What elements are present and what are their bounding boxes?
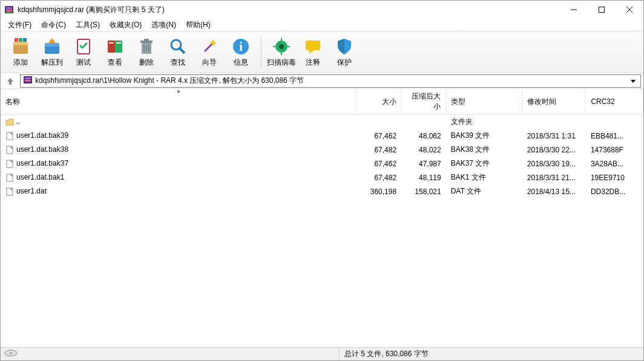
file-row[interactable]: user1.dat.bak3867,48248,022BAK38 文件2018/… <box>1 143 643 157</box>
test-button[interactable]: 测试 <box>68 33 99 71</box>
svg-rect-14 <box>45 43 59 47</box>
info-label: 信息 <box>234 57 248 68</box>
parent-folder-row[interactable]: .. 文件夹 <box>1 115 643 129</box>
file-table: 名称▲ 大小 压缩后大小 类型 修改时间 CRC32 .. 文件夹 user1.… <box>1 89 643 198</box>
column-packed[interactable]: 压缩后大小 <box>401 89 446 115</box>
file-name: user1.dat.bak38 <box>16 145 68 154</box>
column-modified[interactable]: 修改时间 <box>522 89 586 115</box>
svg-rect-12 <box>23 38 27 42</box>
file-crc: 1473688F <box>586 143 643 157</box>
search-icon <box>168 37 188 56</box>
virus-button[interactable]: 扫描病毒 <box>266 33 297 71</box>
menu-tools[interactable]: 工具(S) <box>72 19 104 31</box>
up-button[interactable] <box>3 75 18 87</box>
view-button[interactable]: 查看 <box>100 33 130 71</box>
svg-rect-3 <box>6 12 12 13</box>
test-icon <box>74 37 93 56</box>
comment-label: 注释 <box>306 57 320 68</box>
file-type: BAK38 文件 <box>446 143 522 157</box>
extract-icon <box>42 37 62 56</box>
file-icon <box>5 132 14 140</box>
svg-line-28 <box>205 43 213 51</box>
file-icon <box>5 174 14 182</box>
menu-options[interactable]: 选项(N) <box>148 19 180 31</box>
protect-button[interactable]: 保护 <box>329 33 360 71</box>
virus-icon <box>272 37 291 56</box>
file-size: 67,462 <box>357 157 402 171</box>
column-size[interactable]: 大小 <box>357 89 402 115</box>
svg-rect-37 <box>306 41 320 50</box>
menu-bar: 文件(F) 命令(C) 工具(S) 收藏夹(O) 选项(N) 帮助(H) <box>1 19 643 31</box>
parent-type: 文件夹 <box>446 115 522 129</box>
file-crc: 19EE9710 <box>586 171 643 184</box>
svg-rect-2 <box>6 10 12 11</box>
protect-label: 保护 <box>337 57 352 68</box>
window-title: kdqshfsmmjqsjcd.rar (离购买许可只剩 5 天了) <box>18 5 560 15</box>
file-packed: 48,062 <box>401 129 446 143</box>
file-size: 67,482 <box>357 171 402 184</box>
delete-label: 删除 <box>139 57 154 68</box>
file-packed: 158,021 <box>401 184 446 198</box>
extract-label: 解压到 <box>41 57 63 68</box>
window-controls <box>560 1 643 19</box>
svg-rect-21 <box>140 41 153 43</box>
file-type: BAK37 文件 <box>446 157 522 171</box>
info-icon: i <box>231 37 251 56</box>
file-row[interactable]: user1.dat.bak3967,46248,062BAK39 文件2018/… <box>1 129 643 143</box>
file-name: user1.dat.bak1 <box>16 173 64 181</box>
svg-point-32 <box>279 44 284 49</box>
file-icon <box>5 187 14 196</box>
file-crc: DD32DB... <box>586 184 643 198</box>
column-type[interactable]: 类型 <box>446 89 522 115</box>
status-left <box>1 348 340 360</box>
svg-rect-40 <box>25 80 31 82</box>
column-name[interactable]: 名称▲ <box>1 89 357 115</box>
shield-icon <box>335 37 354 56</box>
file-row[interactable]: user1.dat360,198158,021DAT 文件2018/4/13 1… <box>1 184 643 198</box>
svg-rect-19 <box>116 42 121 44</box>
svg-point-26 <box>171 40 181 50</box>
close-button[interactable] <box>616 1 643 19</box>
file-name: user1.dat.bak39 <box>16 131 68 140</box>
info-button[interactable]: i 信息 <box>226 33 256 71</box>
svg-point-47 <box>10 353 12 354</box>
file-row[interactable]: user1.dat.bak167,48248,119BAK1 文件2018/3/… <box>1 171 643 184</box>
file-type: DAT 文件 <box>446 184 522 198</box>
wizard-button[interactable]: 向导 <box>194 33 225 71</box>
file-modified: 2018/3/31 21... <box>522 171 586 184</box>
path-box[interactable]: kdqshfsmmjqsjcd.rar\1\Hollow Knight - RA… <box>20 74 641 88</box>
svg-rect-11 <box>19 38 22 42</box>
minimize-button[interactable] <box>560 1 588 19</box>
status-summary: 总计 5 文件, 630,086 字节 <box>340 349 429 359</box>
drive-icon <box>4 350 18 359</box>
file-packed: 48,022 <box>401 143 446 157</box>
menu-help[interactable]: 帮助(H) <box>182 19 214 31</box>
find-button[interactable]: 查找 <box>163 33 193 71</box>
file-list-area: 名称▲ 大小 压缩后大小 类型 修改时间 CRC32 .. 文件夹 user1.… <box>1 89 643 347</box>
svg-rect-5 <box>599 7 605 13</box>
archive-icon <box>11 37 30 56</box>
svg-rect-22 <box>144 39 149 41</box>
svg-rect-9 <box>13 42 28 45</box>
comment-button[interactable]: 注释 <box>298 33 328 71</box>
file-size: 360,198 <box>357 184 402 198</box>
menu-commands[interactable]: 命令(C) <box>38 19 70 31</box>
menu-file[interactable]: 文件(F) <box>4 19 35 31</box>
path-dropdown-button[interactable] <box>628 77 638 85</box>
file-type: BAK39 文件 <box>446 129 522 143</box>
extract-button[interactable]: 解压到 <box>37 33 67 71</box>
file-row[interactable]: user1.dat.bak3767,46247,987BAK37 文件2018/… <box>1 157 643 171</box>
test-label: 测试 <box>76 57 91 68</box>
svg-rect-18 <box>109 42 114 44</box>
view-label: 查看 <box>108 57 122 68</box>
maximize-button[interactable] <box>588 1 616 19</box>
wizard-label: 向导 <box>202 57 217 68</box>
file-modified: 2018/3/31 1:31 <box>522 129 586 143</box>
delete-button[interactable]: 删除 <box>131 33 162 71</box>
path-text: kdqshfsmmjqsjcd.rar\1\Hollow Knight - RA… <box>35 76 626 86</box>
add-button[interactable]: 添加 <box>5 33 36 71</box>
menu-favorites[interactable]: 收藏夹(O) <box>106 19 145 31</box>
file-crc: EBB481... <box>586 129 643 143</box>
toolbar: 添加 解压到 测试 查看 删除 查找 向导 i 信息 扫描病毒 注释 保护 <box>1 31 643 73</box>
column-crc[interactable]: CRC32 <box>586 89 643 115</box>
